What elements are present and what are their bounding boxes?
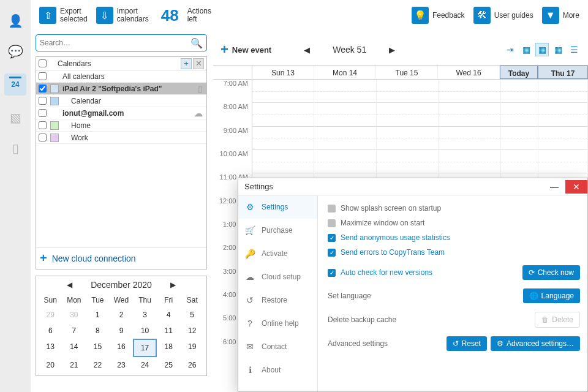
calendar-checkbox[interactable] (39, 109, 47, 117)
settings-nav-item[interactable]: ☁Cloud setup (238, 265, 317, 288)
settings-nav-item[interactable]: ?Online help (238, 312, 317, 335)
time-slot[interactable] (314, 80, 375, 103)
mini-cal-day[interactable]: 3 (133, 307, 157, 323)
time-slot[interactable] (439, 103, 500, 126)
time-slot[interactable] (538, 80, 587, 103)
settings-nav-item[interactable]: 🛒Purchase (238, 219, 317, 242)
add-calendar-button[interactable]: + (181, 58, 192, 69)
language-button[interactable]: 🌐Language (523, 288, 580, 303)
mini-cal-day[interactable]: 2 (110, 307, 134, 323)
mini-cal-day[interactable]: 19 (180, 339, 204, 357)
mini-cal-day[interactable]: 13 (39, 339, 62, 357)
mini-cal-day[interactable]: 21 (62, 357, 86, 373)
weekday-header[interactable]: Thu 17 (538, 66, 588, 79)
mini-cal-day[interactable]: 23 (110, 357, 134, 373)
view-list-button[interactable]: ☰ (567, 43, 581, 56)
time-slot[interactable] (252, 80, 314, 103)
time-slot[interactable] (439, 127, 500, 150)
advanced-settings-button[interactable]: ⚙Advanced settings… (491, 336, 580, 351)
mini-cal-day[interactable]: 10 (133, 323, 157, 339)
settings-nav-item[interactable]: 🔑Activate (238, 242, 317, 265)
calendar-row[interactable]: All calendars (36, 70, 206, 83)
go-today-button[interactable]: ⇥ (503, 43, 517, 56)
calendar-checkbox[interactable] (39, 85, 47, 92)
mini-cal-day[interactable]: 4 (157, 307, 181, 323)
calendar-row[interactable]: Home (36, 119, 206, 132)
time-slot[interactable] (439, 80, 500, 103)
view-week-button[interactable]: ▦ (535, 43, 549, 56)
minimize-button[interactable]: — (543, 180, 565, 194)
calendar-checkbox[interactable] (39, 121, 47, 129)
weekday-header[interactable]: Mon 14 (314, 66, 376, 79)
contacts-icon[interactable]: 👤 (7, 12, 24, 29)
check-now-button[interactable]: ⟳Check now (522, 265, 580, 280)
weekday-header[interactable]: Wed 16 (438, 66, 500, 79)
time-slot[interactable] (377, 150, 438, 173)
time-slot[interactable] (501, 150, 538, 173)
mini-cal-day[interactable]: 12 (180, 323, 204, 339)
calendar-checkbox[interactable] (39, 97, 47, 105)
search-box[interactable]: 🔍 (36, 34, 207, 51)
anon-stats-checkbox[interactable]: ✓ (328, 234, 336, 242)
time-slot[interactable] (377, 127, 438, 150)
messages-icon[interactable]: 💬 (7, 43, 24, 60)
search-input[interactable] (40, 39, 190, 47)
mini-cal-day[interactable]: 1 (86, 307, 110, 323)
prev-week-button[interactable]: ◀ (302, 45, 312, 55)
time-slot[interactable] (314, 127, 375, 150)
calendar-row[interactable]: Calendar (36, 95, 206, 107)
remove-calendar-button[interactable]: ✕ (193, 58, 204, 69)
mini-cal-day[interactable]: 5 (180, 307, 204, 323)
next-month-button[interactable]: ▶ (170, 281, 176, 289)
new-event-button[interactable]: + New event (221, 42, 271, 58)
import-calendars-button[interactable]: ⇩ Import calendars (96, 7, 149, 24)
time-slot[interactable] (377, 103, 438, 126)
mini-cal-day[interactable]: 18 (157, 339, 181, 357)
time-slot[interactable] (501, 80, 538, 103)
time-slot[interactable] (314, 150, 375, 173)
time-slot[interactable] (377, 80, 438, 103)
time-slot[interactable] (501, 103, 538, 126)
user-guides-button[interactable]: 🛠 User guides (473, 7, 533, 24)
view-month-button[interactable]: ▦ (551, 43, 565, 56)
feedback-button[interactable]: 💡 Feedback (412, 7, 465, 24)
time-slot[interactable] (252, 103, 314, 126)
time-slot[interactable] (538, 127, 587, 150)
mini-cal-day[interactable]: 17 (133, 339, 157, 357)
mini-cal-day[interactable]: 15 (86, 339, 110, 357)
mini-cal-day[interactable]: 6 (39, 323, 62, 339)
mini-cal-day[interactable]: 16 (110, 339, 134, 357)
view-day-button[interactable]: ▦ (519, 43, 533, 56)
auto-check-checkbox[interactable]: ✓ (328, 269, 336, 277)
weekday-header[interactable]: Tue 15 (376, 66, 438, 79)
mini-cal-day[interactable]: 30 (62, 307, 86, 323)
mini-cal-day[interactable]: 9 (110, 323, 134, 339)
mini-cal-day[interactable]: 29 (39, 307, 62, 323)
mini-cal-day[interactable]: 7 (62, 323, 86, 339)
close-button[interactable]: ✕ (565, 180, 587, 194)
device-icon[interactable]: ▯ (7, 140, 24, 157)
search-icon[interactable]: 🔍 (190, 37, 203, 49)
mini-cal-day[interactable]: 8 (86, 323, 110, 339)
settings-nav-item[interactable]: ↺Restore (238, 288, 317, 312)
settings-nav-item[interactable]: ℹAbout (238, 358, 317, 382)
mini-cal-day[interactable]: 26 (180, 357, 204, 373)
time-slot[interactable] (439, 150, 500, 173)
time-slot[interactable] (538, 150, 587, 173)
calendar-checkbox[interactable] (39, 134, 47, 141)
select-all-calendars-checkbox[interactable] (39, 59, 47, 67)
export-selected-button[interactable]: ⇧ Export selected (39, 7, 88, 24)
weekday-header[interactable]: Sun 13 (252, 66, 314, 79)
time-slot[interactable] (252, 127, 314, 150)
calendar-row[interactable]: iPad Air 2 "Softpedia's iPad"▯ (36, 83, 206, 95)
maximize-checkbox[interactable] (328, 219, 336, 227)
mini-cal-day[interactable]: 24 (133, 357, 157, 373)
splash-checkbox[interactable] (328, 205, 336, 213)
settings-nav-item[interactable]: ⚙Settings (238, 195, 317, 219)
mini-cal-day[interactable]: 25 (157, 357, 181, 373)
send-errors-checkbox[interactable]: ✓ (328, 249, 336, 257)
time-slot[interactable] (252, 150, 314, 173)
calendar-tab[interactable]: 24 (4, 74, 26, 96)
mini-cal-day[interactable]: 20 (39, 357, 62, 373)
settings-nav-item[interactable]: ✉Contact (238, 335, 317, 358)
